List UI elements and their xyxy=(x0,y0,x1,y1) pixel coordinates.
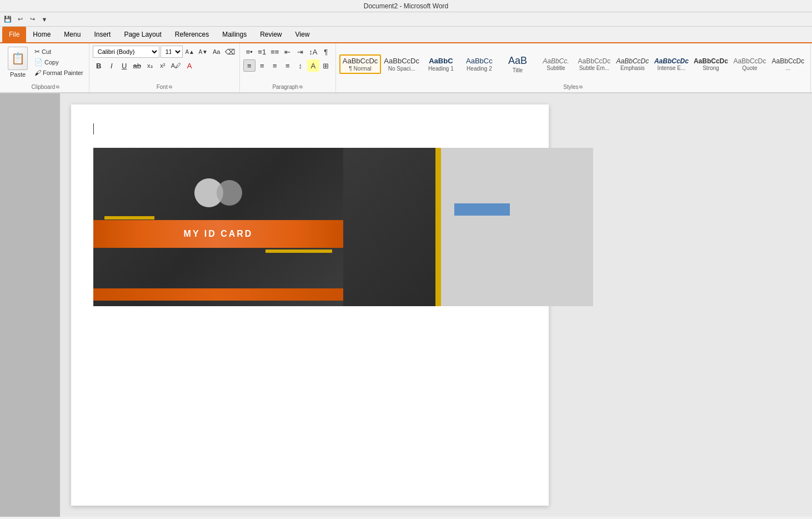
id-card-back[interactable] xyxy=(343,148,593,306)
text-highlight-button[interactable]: A🖊 xyxy=(169,59,183,72)
undo-button[interactable]: ↩ xyxy=(14,14,26,25)
style-subtitle[interactable]: AaBbCc. Subtitle xyxy=(537,56,575,72)
copy-label: Copy xyxy=(44,59,59,66)
tab-review[interactable]: Review xyxy=(253,27,288,42)
font-expander[interactable]: ⧉ xyxy=(169,84,172,90)
card-circles xyxy=(194,178,242,207)
cut-label: Cut xyxy=(42,48,51,55)
style-extra[interactable]: AaBbCcDc ... xyxy=(769,56,807,72)
document-page[interactable]: MY ID CARD xyxy=(71,104,549,506)
ribbon: 📋 Paste ✂ Cut 📄 Copy 🖌 Format Painter xyxy=(0,43,812,93)
tab-home[interactable]: Home xyxy=(26,27,57,42)
style-heading2[interactable]: AaBbCc Heading 2 xyxy=(460,56,498,73)
tab-insert[interactable]: Insert xyxy=(87,27,117,42)
clipboard-group-label: Clipboard ⧉ xyxy=(6,83,86,92)
tab-page-layout[interactable]: Page Layout xyxy=(117,27,168,42)
subscript-button[interactable]: x₂ xyxy=(144,59,156,72)
show-hide-button[interactable]: ¶ xyxy=(320,46,332,58)
style-extra-preview: AaBbCcDc xyxy=(772,57,805,65)
style-no-spacing[interactable]: AaBbCcDc No Spaci... xyxy=(382,56,422,73)
italic-button[interactable]: I xyxy=(106,59,118,72)
tab-references[interactable]: References xyxy=(168,27,215,42)
redo-button[interactable]: ↪ xyxy=(27,14,38,25)
style-normal[interactable]: AaBbCcDc ¶ Normal xyxy=(339,54,382,74)
format-painter-button[interactable]: 🖌 Format Painter xyxy=(32,68,86,78)
paragraph-group-label: Paragraph ⧉ xyxy=(243,83,332,92)
save-button[interactable]: 💾 xyxy=(2,14,13,25)
shading-button[interactable]: A xyxy=(307,59,319,72)
card-title: MY ID CARD xyxy=(184,229,253,239)
style-no-spacing-preview: AaBbCcDc xyxy=(384,57,419,66)
sort-button[interactable]: ↕A xyxy=(307,46,319,58)
font-name-select[interactable]: Calibri (Body) xyxy=(93,46,159,58)
style-title[interactable]: AaB Title xyxy=(499,54,537,74)
cut-button[interactable]: ✂ Cut xyxy=(32,47,86,57)
style-subtitle-preview: AaBbCc. xyxy=(543,57,569,65)
paste-label: Paste xyxy=(10,71,26,78)
bullets-button[interactable]: ≡• xyxy=(243,46,255,58)
strikethrough-button[interactable]: ab xyxy=(131,59,143,72)
style-emphasis[interactable]: AaBbCcDc Emphasis xyxy=(614,56,651,72)
font-group-label: Font ⧉ xyxy=(93,83,236,92)
quick-access-more-button[interactable]: ▼ xyxy=(39,14,50,25)
card-orange-stripe: MY ID CARD xyxy=(93,220,343,248)
paragraph-row2: ≡ ≡ ≡ ≡ ↕ A ⊞ xyxy=(243,59,332,72)
document-area[interactable]: MY ID CARD xyxy=(60,93,812,517)
tab-mailings[interactable]: Mailings xyxy=(215,27,253,42)
font-color-button[interactable]: A xyxy=(183,59,196,72)
window-title: Document2 - Microsoft Word xyxy=(364,2,449,10)
quick-access-toolbar: 💾 ↩ ↪ ▼ xyxy=(0,12,812,27)
style-strong-label: Strong xyxy=(703,65,719,71)
font-size-select[interactable]: 11 xyxy=(161,46,183,58)
paragraph-expander[interactable]: ⧉ xyxy=(299,84,303,90)
font-name-row: Calibri (Body) 11 A▲ A▼ Aa ⌫ xyxy=(93,46,236,58)
style-heading1-preview: AaBbC xyxy=(429,57,453,66)
grow-font-button[interactable]: A▲ xyxy=(184,46,196,58)
id-card-front[interactable]: MY ID CARD xyxy=(93,148,343,306)
style-title-preview: AaB xyxy=(508,55,527,67)
card-orange-bottom xyxy=(93,288,343,301)
style-strong[interactable]: AaBbCcDc Strong xyxy=(691,56,730,72)
style-subtle-emphasis-preview: AaBbCcDc xyxy=(578,57,611,65)
ribbon-tab-bar: File Home Menu Insert Page Layout Refere… xyxy=(0,27,812,43)
tab-menu[interactable]: Menu xyxy=(57,27,87,42)
font-format-row: B I U ab x₂ x² A🖊 A xyxy=(93,59,196,72)
card-back-dark-section xyxy=(343,148,438,306)
style-emphasis-preview: AaBbCcDc xyxy=(616,57,649,65)
circle-gray xyxy=(217,180,242,206)
copy-button[interactable]: 📄 Copy xyxy=(32,57,86,67)
bold-button[interactable]: B xyxy=(93,59,105,72)
increase-indent-button[interactable]: ⇥ xyxy=(294,46,307,58)
underline-button[interactable]: U xyxy=(118,59,131,72)
numbering-button[interactable]: ≡1 xyxy=(256,46,268,58)
align-left-button[interactable]: ≡ xyxy=(243,59,255,72)
tab-file[interactable]: File xyxy=(2,27,26,42)
superscript-button[interactable]: x² xyxy=(157,59,169,72)
styles-expander[interactable]: ⧉ xyxy=(579,84,583,90)
multilevel-list-button[interactable]: ≡≡ xyxy=(269,46,281,58)
align-center-button[interactable]: ≡ xyxy=(256,59,268,72)
change-case-button[interactable]: Aa xyxy=(210,46,223,58)
cut-icon: ✂ xyxy=(34,48,40,56)
style-normal-label: ¶ Normal xyxy=(349,66,371,72)
style-normal-preview: AaBbCcDc xyxy=(343,57,378,66)
left-sidebar xyxy=(0,93,60,517)
clear-format-button[interactable]: ⌫ xyxy=(224,46,236,58)
style-heading1[interactable]: AaBbC Heading 1 xyxy=(422,56,460,73)
card-yellow-bar-top xyxy=(104,216,154,219)
style-subtle-emphasis[interactable]: AaBbCcDc Subtle Em... xyxy=(575,56,613,72)
decrease-indent-button[interactable]: ⇤ xyxy=(282,46,294,58)
line-spacing-button[interactable]: ↕ xyxy=(294,59,307,72)
style-intense-emphasis[interactable]: AaBbCcDc Intense E... xyxy=(652,56,691,72)
border-button[interactable]: ⊞ xyxy=(320,59,332,72)
paste-button[interactable]: 📋 Paste xyxy=(6,46,30,79)
app-body: MY ID CARD xyxy=(0,93,812,517)
justify-button[interactable]: ≡ xyxy=(282,59,294,72)
tab-view[interactable]: View xyxy=(289,27,317,42)
style-quote[interactable]: AaBbCcDc Quote xyxy=(731,56,769,72)
style-emphasis-label: Emphasis xyxy=(620,65,645,71)
align-right-button[interactable]: ≡ xyxy=(269,59,281,72)
clipboard-expander[interactable]: ⧉ xyxy=(56,84,59,90)
shrink-font-button[interactable]: A▼ xyxy=(197,46,209,58)
card-back-yellow-divider xyxy=(435,148,441,306)
